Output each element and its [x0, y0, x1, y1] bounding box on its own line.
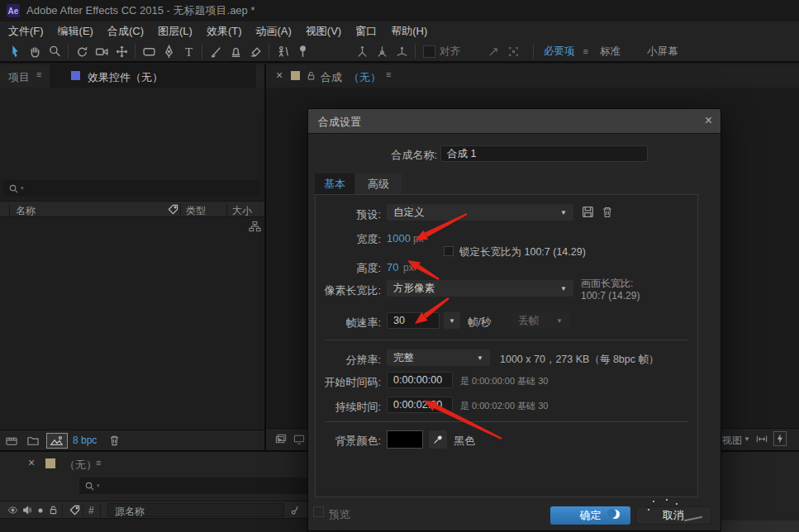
region-of-interest-icon[interactable]	[755, 433, 768, 445]
project-panel-tabbar: 项目 ≡ 效果控件（无）	[0, 64, 264, 88]
pen-tool-icon[interactable]	[159, 42, 178, 60]
column-name[interactable]: 名称	[16, 204, 36, 218]
search-options-caret-icon: ▾	[97, 482, 100, 489]
label-color-column-icon[interactable]	[168, 204, 178, 215]
screen-mode-icon[interactable]	[292, 433, 306, 445]
shape-tool-icon[interactable]	[139, 42, 159, 60]
close-tab-icon[interactable]: ×	[276, 69, 283, 82]
workspace-menu-icon[interactable]: ≡	[583, 46, 588, 56]
new-folder-icon[interactable]	[26, 435, 40, 447]
timeline-search-input[interactable]: ▾	[79, 477, 307, 494]
column-number[interactable]: #	[88, 505, 94, 516]
pixel-aspect-label: 像素长宽比:	[313, 283, 381, 298]
delete-preset-trash-icon[interactable]	[601, 205, 614, 219]
menu-view[interactable]: 视图(V)	[306, 24, 341, 39]
audio-speaker-icon[interactable]	[21, 505, 33, 515]
label-color-column-icon[interactable]	[69, 505, 80, 515]
menu-composition[interactable]: 合成(C)	[107, 24, 144, 39]
snap-marquee-icon[interactable]	[503, 42, 523, 60]
toolbar-separator	[202, 44, 202, 59]
dialog-titlebar[interactable]: 合成设置 ×	[308, 109, 721, 134]
workspace-tab-small-screen[interactable]: 小屏幕	[647, 45, 678, 59]
hand-tool-icon[interactable]	[25, 42, 45, 60]
project-panel-menu-icon[interactable]: ≡	[36, 69, 41, 79]
toolbar-separator	[533, 44, 534, 59]
clone-stamp-tool-icon[interactable]	[226, 42, 245, 60]
project-search-input[interactable]: ▾	[3, 180, 259, 197]
roto-brush-tool-icon[interactable]	[273, 42, 292, 60]
menu-animation[interactable]: 动画(A)	[256, 24, 292, 39]
menu-file[interactable]: 文件(F)	[8, 24, 44, 39]
comp-panel-menu-icon[interactable]: ≡	[386, 69, 391, 79]
lock-aspect-checkbox[interactable]	[444, 246, 454, 256]
start-timecode-input[interactable]: 0:00:00:00	[387, 372, 453, 388]
tab-composition-label[interactable]: 合成	[321, 70, 342, 85]
parent-pickwhip-icon[interactable]	[289, 505, 301, 516]
workspace-tab-standard[interactable]: 标准	[600, 45, 621, 59]
duration-input[interactable]: 0:00:02:00	[387, 397, 453, 413]
frame-rate-input[interactable]: 30	[387, 312, 440, 329]
source-name-cell[interactable]: 源名称	[107, 503, 284, 517]
menu-effect[interactable]: 效果(T)	[207, 24, 242, 39]
height-value[interactable]: 70	[387, 261, 398, 273]
tab-project[interactable]: 项目	[8, 70, 30, 85]
menu-window[interactable]: 窗口	[355, 24, 377, 39]
workspace-tab-essentials[interactable]: 必要项	[544, 45, 575, 59]
save-preset-icon[interactable]	[581, 205, 595, 219]
fast-previews-icon[interactable]	[773, 431, 787, 446]
zoom-tool-icon[interactable]	[45, 42, 64, 60]
column-type[interactable]: 类型	[186, 204, 206, 218]
pan-behind-tool-icon[interactable]	[112, 42, 131, 60]
lock-icon[interactable]	[306, 70, 316, 82]
trash-icon[interactable]	[108, 434, 121, 447]
puppet-pin-tool-icon[interactable]	[292, 42, 312, 60]
frame-rate-dropdown-button[interactable]: ▼	[444, 312, 460, 329]
preview-playback-icon[interactable]	[274, 433, 288, 445]
local-axis-mode-icon[interactable]	[352, 42, 372, 60]
video-eye-icon[interactable]	[7, 505, 19, 515]
preset-dropdown[interactable]: 自定义 ▼	[387, 204, 573, 221]
eraser-tool-icon[interactable]	[245, 42, 265, 60]
comp-color-swatch	[291, 71, 300, 80]
preview-checkbox[interactable]	[313, 506, 324, 517]
menu-layer[interactable]: 图层(L)	[158, 24, 193, 39]
tab-effect-controls[interactable]: 效果控件（无）	[50, 64, 256, 88]
cancel-button[interactable]: 取消	[635, 506, 711, 525]
eyedropper-icon	[432, 434, 444, 445]
dropdown-arrow-icon: ▼	[556, 317, 563, 325]
snap-arrow-icon[interactable]	[483, 42, 503, 60]
timeline-panel-menu-icon[interactable]: ≡	[96, 458, 101, 468]
bit-depth-label[interactable]: 8 bpc	[73, 435, 97, 446]
menu-edit[interactable]: 编辑(E)	[58, 24, 93, 39]
selection-tool-icon[interactable]	[5, 42, 25, 60]
rotation-tool-icon[interactable]	[72, 42, 92, 60]
width-value[interactable]: 1000	[387, 232, 411, 245]
comp-name-input[interactable]: 合成 1	[440, 145, 648, 162]
column-size[interactable]: 大小	[232, 204, 252, 218]
background-color-swatch[interactable]	[387, 430, 423, 449]
menu-help[interactable]: 帮助(H)	[391, 24, 427, 39]
flowchart-icon[interactable]	[249, 221, 261, 233]
timeline-tab-none[interactable]: （无）	[64, 458, 97, 473]
interpret-footage-icon[interactable]	[5, 435, 18, 447]
close-tab-icon[interactable]: ×	[28, 456, 35, 469]
resolution-dropdown[interactable]: 完整 ▼	[387, 349, 490, 366]
type-tool-icon[interactable]: T	[178, 42, 198, 60]
camera-tool-icon[interactable]	[92, 42, 112, 60]
tab-advanced[interactable]: 高级	[355, 173, 402, 195]
tab-composition-none: （无）	[349, 70, 381, 85]
dialog-close-icon[interactable]: ×	[705, 113, 712, 128]
world-axis-mode-icon[interactable]	[372, 42, 392, 60]
pixel-aspect-dropdown[interactable]: 方形像素 ▼	[387, 280, 573, 297]
brush-tool-icon[interactable]	[206, 42, 226, 60]
resolution-info: 1000 x 70，273 KB（每 8bpc 帧）	[500, 353, 659, 367]
panel-divider[interactable]	[264, 64, 266, 450]
view-count-caret-icon[interactable]: ▼	[744, 435, 750, 443]
timeline-scroll-strip[interactable]	[721, 520, 799, 532]
eyedropper-button[interactable]	[429, 430, 447, 449]
solo-icon[interactable]	[36, 506, 45, 515]
view-axis-mode-icon[interactable]	[392, 42, 411, 60]
tab-basic[interactable]: 基本	[315, 173, 354, 195]
lock-icon[interactable]	[48, 505, 59, 515]
footage-item-icon[interactable]	[46, 433, 68, 449]
